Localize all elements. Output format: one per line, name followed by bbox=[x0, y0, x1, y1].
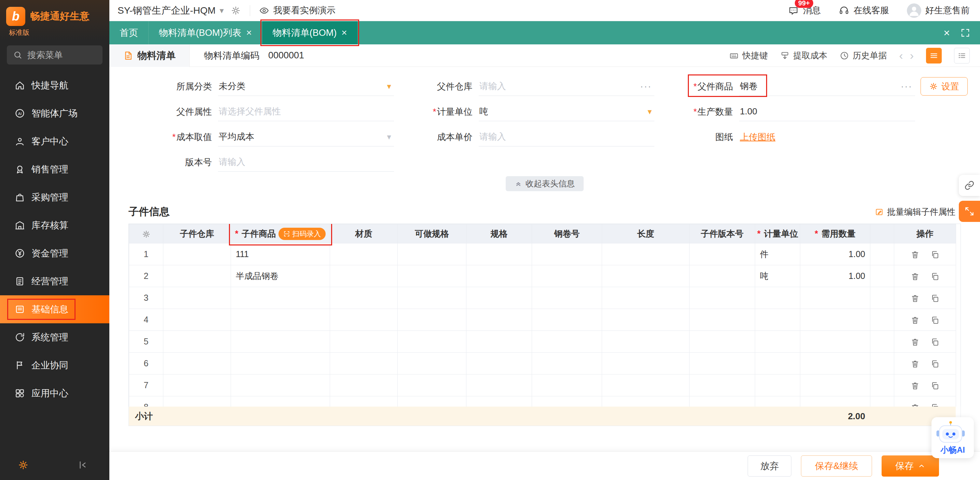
cell-warehouse[interactable] bbox=[163, 243, 231, 265]
copy-row-icon[interactable] bbox=[930, 403, 940, 407]
copy-row-icon[interactable] bbox=[930, 272, 940, 281]
cell-spec[interactable] bbox=[466, 374, 532, 396]
parent-product-field[interactable]: *父件商品 钢卷 ··· bbox=[668, 74, 915, 99]
cell-version[interactable] bbox=[690, 374, 755, 396]
cell-coil-no[interactable] bbox=[532, 309, 602, 331]
cell-coil-no[interactable] bbox=[532, 353, 602, 374]
cell-qty[interactable] bbox=[800, 309, 870, 331]
cell-qty[interactable] bbox=[800, 396, 870, 407]
grid-view-toggle[interactable] bbox=[954, 48, 970, 63]
tab-bom-list[interactable]: 物料清单(BOM)列表× bbox=[148, 21, 262, 44]
cell-unit[interactable]: 吨 bbox=[755, 265, 800, 287]
cell-spec[interactable] bbox=[466, 353, 532, 374]
cell-warehouse[interactable] bbox=[163, 353, 231, 374]
close-all-icon[interactable]: × bbox=[943, 27, 950, 39]
save-button[interactable]: 保存 bbox=[881, 455, 939, 477]
cell-material[interactable] bbox=[330, 353, 398, 374]
cell-spec[interactable] bbox=[466, 331, 532, 353]
sidebar-item-quick-nav[interactable]: 快捷导航 bbox=[0, 71, 109, 99]
cell-version[interactable] bbox=[690, 287, 755, 309]
cell-length[interactable] bbox=[602, 309, 690, 331]
user-menu[interactable]: 好生意售前 bbox=[907, 3, 970, 18]
sidebar-item-funds[interactable]: 资金管理 bbox=[0, 239, 109, 267]
chevron-down-icon[interactable]: ▾ bbox=[387, 132, 391, 142]
cell-unit[interactable] bbox=[755, 396, 800, 407]
copy-row-icon[interactable] bbox=[930, 381, 940, 391]
sidebar-item-base-info[interactable]: 基础信息 bbox=[0, 295, 109, 323]
cell-version[interactable] bbox=[690, 396, 755, 407]
collapse-sidebar-icon[interactable] bbox=[76, 459, 88, 470]
cell-qty[interactable]: 1.00 bbox=[800, 243, 870, 265]
prev-doc-icon[interactable]: ‹ bbox=[899, 49, 903, 62]
list-view-toggle[interactable] bbox=[926, 48, 942, 63]
cell-length[interactable] bbox=[602, 331, 690, 353]
cell-coil-no[interactable] bbox=[532, 331, 602, 353]
upload-drawing-link[interactable]: 上传图纸 bbox=[740, 131, 775, 143]
fullscreen-icon[interactable] bbox=[960, 28, 970, 38]
cell-qty[interactable] bbox=[800, 374, 870, 396]
cell-material[interactable] bbox=[330, 374, 398, 396]
copy-row-icon[interactable] bbox=[930, 315, 940, 325]
discard-button[interactable]: 放弃 bbox=[748, 455, 791, 477]
link-button[interactable] bbox=[959, 175, 980, 196]
cell-spec[interactable] bbox=[466, 309, 532, 331]
ai-assistant-mascot[interactable]: 小畅AI bbox=[931, 417, 974, 458]
cell-length[interactable] bbox=[602, 265, 690, 287]
cell-version[interactable] bbox=[690, 331, 755, 353]
copy-row-icon[interactable] bbox=[930, 359, 940, 369]
cell-spec[interactable] bbox=[466, 396, 532, 407]
sidebar-item-purchase[interactable]: 采购管理 bbox=[0, 183, 109, 211]
more-icon[interactable]: ··· bbox=[640, 81, 652, 92]
collapse-header-button[interactable]: 收起表头信息 bbox=[506, 176, 584, 191]
cell-spec[interactable] bbox=[466, 265, 532, 287]
company-selector[interactable]: SY-钢管生产企业-HQM ▾ bbox=[118, 4, 224, 17]
delete-row-icon[interactable] bbox=[910, 272, 920, 281]
cell-workable-spec[interactable] bbox=[398, 265, 466, 287]
expand-button[interactable] bbox=[959, 201, 980, 222]
sidebar-item-operations[interactable]: 经营管理 bbox=[0, 267, 109, 295]
cell-unit[interactable]: 件 bbox=[755, 243, 800, 265]
cell-material[interactable] bbox=[330, 243, 398, 265]
parent-warehouse-field[interactable]: 父件仓库 请输入 ··· bbox=[408, 74, 655, 99]
cell-coil-no[interactable] bbox=[532, 374, 602, 396]
close-icon[interactable]: × bbox=[341, 27, 347, 38]
batch-edit-button[interactable]: 批量编辑子件属性 bbox=[875, 206, 955, 217]
cell-qty[interactable] bbox=[800, 331, 870, 353]
cell-unit[interactable] bbox=[755, 331, 800, 353]
copy-row-icon[interactable] bbox=[930, 250, 940, 260]
sidebar-item-customer-center[interactable]: 客户中心 bbox=[0, 127, 109, 155]
doc-type-tab[interactable]: 物料清单 bbox=[109, 44, 189, 67]
cell-product[interactable]: 111 bbox=[231, 243, 330, 265]
delete-row-icon[interactable] bbox=[910, 315, 920, 325]
delete-row-icon[interactable] bbox=[910, 381, 920, 391]
sidebar-item-system[interactable]: 系统管理 bbox=[0, 323, 109, 351]
unit-field[interactable]: *计量单位 吨 ▾ bbox=[408, 99, 655, 124]
online-service-button[interactable]: 在线客服 bbox=[838, 5, 889, 16]
cell-length[interactable] bbox=[602, 374, 690, 396]
demo-link[interactable]: 我要看实例演示 bbox=[259, 5, 336, 16]
tab-home[interactable]: 首页 bbox=[109, 21, 148, 44]
prod-qty-field[interactable]: *生产数量 1.00 bbox=[668, 99, 915, 124]
cell-warehouse[interactable] bbox=[163, 265, 231, 287]
cell-version[interactable] bbox=[690, 353, 755, 374]
cell-workable-spec[interactable] bbox=[398, 331, 466, 353]
cell-workable-spec[interactable] bbox=[398, 374, 466, 396]
cell-length[interactable] bbox=[602, 243, 690, 265]
cell-coil-no[interactable] bbox=[532, 287, 602, 309]
delete-row-icon[interactable] bbox=[910, 403, 920, 407]
cell-qty[interactable]: 1.00 bbox=[800, 265, 870, 287]
cell-version[interactable] bbox=[690, 243, 755, 265]
chevron-down-icon[interactable]: ▾ bbox=[387, 82, 391, 91]
cell-workable-spec[interactable] bbox=[398, 243, 466, 265]
cell-workable-spec[interactable] bbox=[398, 309, 466, 331]
category-field[interactable]: 所属分类 未分类 ▾ bbox=[147, 74, 394, 99]
cell-product[interactable] bbox=[231, 287, 330, 309]
delete-row-icon[interactable] bbox=[910, 359, 920, 369]
cell-product[interactable]: 半成品钢卷 bbox=[231, 265, 330, 287]
cell-material[interactable] bbox=[330, 309, 398, 331]
copy-row-icon[interactable] bbox=[930, 337, 940, 347]
cell-product[interactable] bbox=[231, 396, 330, 407]
cost-price-field[interactable]: 成本单价 请输入 bbox=[408, 124, 655, 149]
sidebar-item-ai-plaza[interactable]: AI 智能体广场 bbox=[0, 99, 109, 127]
chevron-down-icon[interactable]: ▾ bbox=[648, 107, 652, 116]
